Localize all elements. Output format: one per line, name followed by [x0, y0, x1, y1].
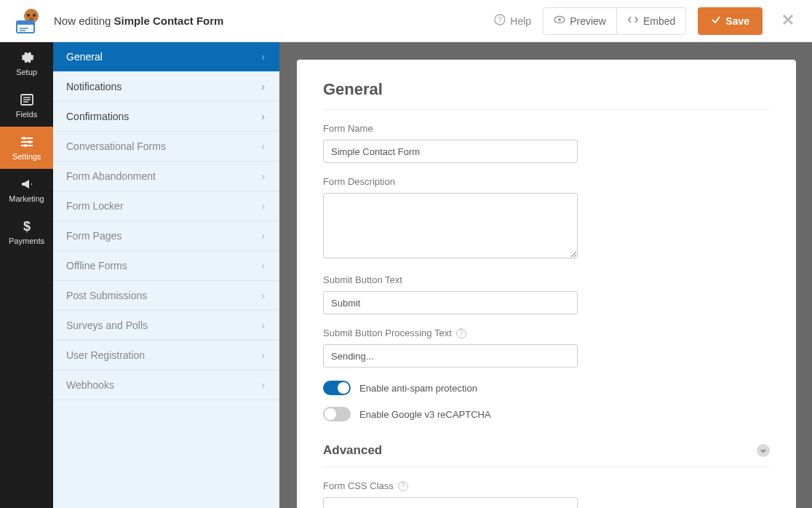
top-toolbar: Now editing Simple Contact Form ? Help P… — [0, 0, 812, 42]
panel-heading: General — [323, 80, 770, 109]
rail-item-label: Settings — [12, 152, 41, 161]
settings-menu-item[interactable]: Form Pages› — [53, 221, 279, 251]
code-icon — [627, 14, 639, 28]
antispam-label: Enable anti-spam protection — [359, 383, 477, 394]
recaptcha-label: Enable Google v3 reCAPTCHA — [359, 409, 491, 420]
chevron-right-icon: › — [261, 140, 265, 152]
svg-rect-5 — [17, 21, 34, 25]
left-rail: SetupFieldsSettingsMarketing$Payments — [0, 42, 53, 508]
settings-menu-item[interactable]: Confirmations› — [53, 102, 279, 132]
help-icon[interactable]: ? — [398, 481, 408, 491]
help-icon: ? — [494, 14, 506, 28]
settings-menu-label: Offline Forms — [66, 260, 127, 271]
form-name-input[interactable] — [323, 140, 578, 163]
settings-menu-label: User Registration — [66, 349, 145, 361]
settings-menu-label: Notifications — [66, 81, 122, 92]
settings-menu-item[interactable]: Form Locker› — [53, 191, 279, 221]
form-description-input[interactable] — [323, 193, 578, 258]
form-description-label: Form Description — [323, 176, 770, 187]
settings-menu-label: Surveys and Polls — [66, 320, 148, 331]
settings-menu-item[interactable]: User Registration› — [53, 341, 279, 370]
antispam-toggle[interactable] — [323, 381, 351, 395]
svg-point-3 — [29, 17, 33, 20]
settings-menu-item[interactable]: Form Abandonment› — [53, 162, 279, 191]
settings-menu-label: Form Locker — [66, 200, 124, 212]
editing-label: Now editing Simple Contact Form — [54, 15, 223, 27]
settings-menu-item[interactable]: General› — [53, 42, 279, 72]
preview-button[interactable]: Preview — [543, 7, 617, 35]
chevron-right-icon: › — [261, 379, 265, 391]
settings-menu-item[interactable]: Notifications› — [53, 72, 279, 102]
chevron-right-icon: › — [261, 349, 265, 361]
settings-submenu: General›Notifications›Confirmations›Conv… — [53, 42, 279, 508]
settings-menu-label: Form Pages — [66, 230, 122, 242]
help-icon[interactable]: ? — [456, 328, 466, 338]
settings-menu-item[interactable]: Webhooks› — [53, 370, 279, 400]
rail-item-label: Setup — [16, 68, 37, 76]
chevron-right-icon: › — [261, 111, 265, 122]
rail-item-marketing[interactable]: Marketing — [0, 169, 53, 211]
rail-item-label: Fields — [16, 110, 37, 119]
settings-menu-item[interactable]: Post Submissions› — [53, 281, 279, 311]
settings-menu-label: General — [66, 51, 103, 63]
rail-item-label: Payments — [9, 237, 44, 245]
submit-button-text-input[interactable] — [323, 291, 578, 314]
rail-item-setup[interactable]: Setup — [0, 42, 53, 84]
settings-panel: General Form Name Form Description Submi… — [297, 60, 796, 508]
chevron-right-icon: › — [261, 320, 265, 331]
svg-text:$: $ — [23, 219, 30, 234]
submit-processing-text-input[interactable] — [323, 344, 578, 368]
settings-menu-label: Webhooks — [66, 379, 114, 391]
chevron-right-icon: › — [261, 290, 265, 301]
settings-menu-item[interactable]: Surveys and Polls› — [53, 311, 279, 341]
svg-point-21 — [24, 144, 27, 147]
svg-text:?: ? — [498, 16, 503, 24]
svg-point-2 — [33, 14, 36, 17]
sliders-icon — [20, 135, 34, 149]
rail-item-label: Marketing — [9, 194, 44, 203]
eye-icon — [554, 14, 565, 28]
submit-button-text-label: Submit Button Text — [323, 274, 770, 285]
form-canvas: General Form Name Form Description Submi… — [279, 42, 812, 508]
settings-menu-label: Form Abandonment — [66, 170, 156, 182]
rail-item-settings[interactable]: Settings — [0, 127, 53, 169]
settings-menu-item[interactable]: Offline Forms› — [53, 251, 279, 281]
form-css-class-input[interactable] — [323, 497, 578, 508]
chevron-right-icon: › — [261, 260, 265, 271]
save-button[interactable]: Save — [698, 7, 763, 35]
embed-button[interactable]: Embed — [617, 7, 686, 35]
settings-menu-label: Post Submissions — [66, 290, 147, 301]
chevron-right-icon: › — [261, 230, 265, 242]
form-name-label: Form Name — [323, 123, 770, 134]
help-link[interactable]: ? Help — [494, 14, 531, 28]
bullhorn-icon — [20, 177, 34, 191]
svg-point-19 — [23, 137, 25, 140]
chevron-right-icon: › — [261, 170, 265, 182]
chevron-right-icon: › — [261, 81, 265, 92]
settings-menu-item[interactable]: Conversational Forms› — [53, 132, 279, 162]
app-logo — [10, 7, 42, 36]
list-icon — [20, 92, 34, 107]
check-icon — [711, 15, 721, 27]
svg-point-11 — [558, 18, 561, 21]
top-button-group: Preview Embed — [543, 7, 686, 35]
settings-menu-label: Confirmations — [66, 111, 129, 122]
chevron-down-icon[interactable] — [757, 444, 770, 457]
advanced-heading: Advanced — [323, 443, 382, 458]
settings-menu-label: Conversational Forms — [66, 140, 166, 152]
chevron-right-icon: › — [261, 51, 265, 63]
svg-point-1 — [27, 14, 30, 17]
submit-processing-text-label: Submit Button Processing Text ? — [323, 328, 770, 338]
chevron-right-icon: › — [261, 200, 265, 212]
rail-item-payments[interactable]: $Payments — [0, 211, 53, 253]
close-icon[interactable] — [781, 13, 795, 29]
recaptcha-toggle[interactable] — [323, 407, 351, 421]
dollar-icon: $ — [20, 219, 34, 234]
rail-item-fields[interactable]: Fields — [0, 84, 53, 127]
form-css-class-label: Form CSS Class ? — [323, 480, 770, 491]
svg-point-20 — [28, 140, 31, 143]
gear-icon — [20, 50, 34, 65]
